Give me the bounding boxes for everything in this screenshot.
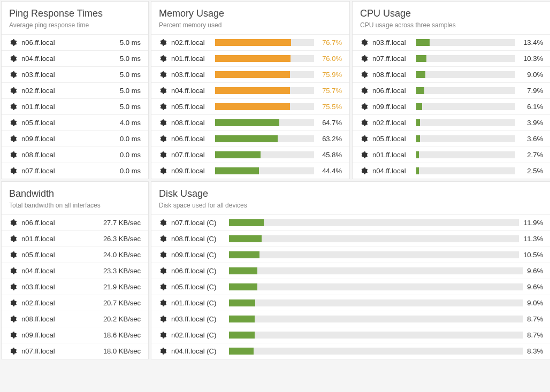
table-row[interactable]: n09.ff.local44.4% [151, 163, 349, 179]
table-row[interactable]: n09.ff.local6.1% [353, 98, 550, 114]
gear-icon[interactable] [159, 235, 167, 243]
gear-icon[interactable] [360, 151, 368, 159]
table-row[interactable]: n05.ff.local4.0 ms [2, 114, 148, 130]
table-row[interactable]: n01.ff.local26.3 KB/sec [2, 230, 148, 247]
table-row[interactable]: n05.ff.local75.5% [151, 98, 349, 114]
gear-icon[interactable] [9, 267, 17, 275]
table-row[interactable]: n04.ff.local (C)8.3% [151, 343, 550, 359]
gear-icon[interactable] [360, 55, 368, 63]
gear-icon[interactable] [159, 331, 167, 339]
gear-icon[interactable] [159, 71, 167, 79]
table-row[interactable]: n07.ff.local10.3% [353, 50, 550, 66]
gear-icon[interactable] [159, 219, 167, 227]
gear-icon[interactable] [9, 219, 17, 227]
table-row[interactable]: n03.ff.local (C)8.7% [151, 311, 550, 327]
host-label: n08.ff.local [21, 315, 55, 323]
table-row[interactable]: n05.ff.local24.0 KB/sec [2, 247, 148, 263]
table-row[interactable]: n04.ff.local2.5% [353, 163, 550, 179]
table-row[interactable]: n08.ff.local64.7% [151, 114, 349, 130]
gear-icon[interactable] [360, 119, 368, 127]
table-row[interactable]: n08.ff.local20.2 KB/sec [2, 311, 148, 327]
gear-icon[interactable] [9, 151, 17, 159]
gear-icon[interactable] [9, 299, 17, 307]
gear-icon[interactable] [360, 39, 368, 47]
gear-icon[interactable] [159, 151, 167, 159]
gear-icon[interactable] [9, 135, 17, 143]
table-row[interactable]: n03.ff.local75.9% [151, 66, 349, 82]
gear-icon[interactable] [159, 315, 167, 323]
table-row[interactable]: n03.ff.local5.0 ms [2, 66, 148, 82]
table-row[interactable]: n06.ff.local5.0 ms [2, 34, 148, 50]
gear-icon[interactable] [159, 347, 167, 355]
table-row[interactable]: n05.ff.local (C)9.6% [151, 279, 550, 295]
progress-fill [215, 55, 291, 62]
table-row[interactable]: n08.ff.local0.0 ms [2, 147, 148, 163]
table-row[interactable]: n07.ff.local (C)11.9% [151, 214, 550, 230]
gear-icon[interactable] [159, 87, 167, 95]
table-row[interactable]: n02.ff.local3.9% [353, 114, 550, 130]
table-row[interactable]: n04.ff.local75.7% [151, 82, 349, 98]
table-row[interactable]: n03.ff.local21.9 KB/sec [2, 279, 148, 295]
progress-fill [215, 71, 290, 78]
gear-icon[interactable] [159, 119, 167, 127]
table-row[interactable]: n04.ff.local5.0 ms [2, 50, 148, 66]
metric-value: 18.6 KB/sec [103, 331, 141, 339]
gear-icon[interactable] [360, 103, 368, 111]
gear-icon[interactable] [360, 71, 368, 79]
table-row[interactable]: n01.ff.local5.0 ms [2, 98, 148, 114]
gear-icon[interactable] [9, 119, 17, 127]
gear-icon[interactable] [9, 87, 17, 95]
gear-icon[interactable] [9, 39, 17, 47]
table-row[interactable]: n03.ff.local13.4% [353, 34, 550, 50]
table-row[interactable]: n02.ff.local76.7% [151, 34, 349, 50]
table-row[interactable]: n07.ff.local0.0 ms [2, 163, 148, 179]
progress-bar [215, 39, 314, 46]
table-row[interactable]: n01.ff.local76.0% [151, 50, 349, 66]
gear-icon[interactable] [9, 347, 17, 355]
table-row[interactable]: n05.ff.local3.6% [353, 130, 550, 147]
table-row[interactable]: n08.ff.local (C)11.3% [151, 230, 550, 247]
panel-title: CPU Usage [360, 8, 543, 19]
table-row[interactable]: n06.ff.local7.9% [353, 82, 550, 98]
gear-icon[interactable] [9, 283, 17, 291]
host-label: n08.ff.local [171, 119, 211, 127]
gear-icon[interactable] [360, 87, 368, 95]
gear-icon[interactable] [159, 135, 167, 143]
table-row[interactable]: n07.ff.local45.8% [151, 147, 349, 163]
table-row[interactable]: n02.ff.local (C)8.7% [151, 327, 550, 343]
gear-icon[interactable] [159, 283, 167, 291]
table-row[interactable]: n07.ff.local18.0 KB/sec [2, 343, 148, 359]
gear-icon[interactable] [9, 71, 17, 79]
table-row[interactable]: n09.ff.local (C)10.5% [151, 247, 550, 263]
table-row[interactable]: n09.ff.local0.0 ms [2, 130, 148, 147]
table-row[interactable]: n06.ff.local63.2% [151, 130, 349, 147]
host-label: n06.ff.local (C) [171, 267, 225, 275]
gear-icon[interactable] [159, 167, 167, 175]
gear-icon[interactable] [9, 331, 17, 339]
gear-icon[interactable] [360, 167, 368, 175]
gear-icon[interactable] [9, 251, 17, 259]
gear-icon[interactable] [9, 167, 17, 175]
gear-icon[interactable] [159, 39, 167, 47]
gear-icon[interactable] [9, 235, 17, 243]
table-row[interactable]: n02.ff.local20.7 KB/sec [2, 295, 148, 311]
metric-value: 0.0 ms [120, 151, 141, 159]
gear-icon[interactable] [159, 251, 167, 259]
gear-icon[interactable] [159, 267, 167, 275]
table-row[interactable]: n06.ff.local27.7 KB/sec [2, 214, 148, 230]
gear-icon[interactable] [9, 103, 17, 111]
table-row[interactable]: n01.ff.local2.7% [353, 147, 550, 163]
table-row[interactable]: n08.ff.local9.0% [353, 66, 550, 82]
table-row[interactable]: n01.ff.local (C)9.0% [151, 295, 550, 311]
gear-icon[interactable] [9, 315, 17, 323]
gear-icon[interactable] [159, 103, 167, 111]
gear-icon[interactable] [159, 299, 167, 307]
table-row[interactable]: n06.ff.local (C)9.6% [151, 263, 550, 279]
panel-header: Memory Usage Percent memory used [151, 2, 349, 34]
gear-icon[interactable] [360, 135, 368, 143]
table-row[interactable]: n04.ff.local23.3 KB/sec [2, 263, 148, 279]
table-row[interactable]: n02.ff.local5.0 ms [2, 82, 148, 98]
table-row[interactable]: n09.ff.local18.6 KB/sec [2, 327, 148, 343]
gear-icon[interactable] [159, 55, 167, 63]
gear-icon[interactable] [9, 55, 17, 63]
